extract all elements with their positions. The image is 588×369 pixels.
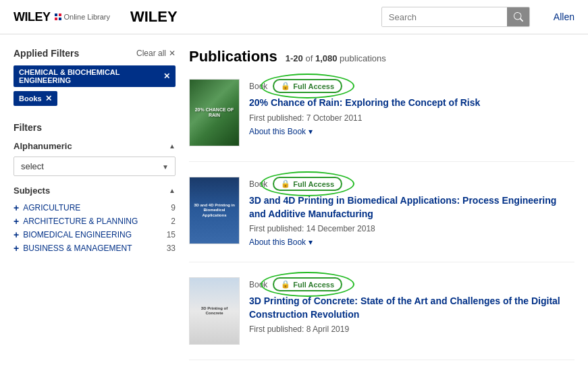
filter-tag-chemical[interactable]: CHEMICAL & BIOCHEMICAL ENGINEERING ✕: [14, 65, 176, 87]
wiley-online-library-logo: WILEY Online Library: [14, 10, 110, 24]
subject-business-plus-icon: +: [14, 244, 19, 253]
book-title-1[interactable]: 20% Chance of Rain: Exploring the Concep…: [249, 96, 574, 110]
book-type-label-2: Book: [249, 179, 267, 189]
publications-header: Publications 1-20 of 1,080 publications: [189, 48, 574, 65]
applied-filters-title: Applied Filters: [14, 48, 79, 59]
search-input[interactable]: [382, 8, 507, 26]
book-date-2: First published: 14 December 2018: [249, 224, 574, 233]
subject-architecture-count: 2: [171, 217, 176, 226]
book-cover-3: 3D Printing of Concrete: [189, 277, 240, 345]
book-date-1: First published: 7 October 2011: [249, 113, 574, 123]
book-title-3[interactable]: 3D Printing of Concrete: State of the Ar…: [249, 295, 574, 321]
book-date-3: First published: 8 April 2019: [249, 324, 574, 334]
book-type-row-1: Book 🔒 Full Access: [249, 79, 574, 93]
about-book-chevron-2: ▾: [309, 237, 313, 247]
subject-agriculture-plus-icon: +: [14, 203, 19, 212]
about-book-button-2[interactable]: About this Book ▾: [249, 237, 313, 247]
book-item-2: 3D and 4D Printing in Biomedical Applica…: [189, 177, 574, 262]
subject-item-architecture[interactable]: + ARCHITECTURE & PLANNING 2: [14, 215, 176, 228]
book-cover-2-text: 3D and 4D Printing in Biomedical Applica…: [192, 203, 236, 218]
lock-icon-2: 🔒: [281, 179, 290, 188]
wiley-color-dots: [55, 13, 61, 20]
subject-architecture-label: ARCHITECTURE & PLANNING: [23, 217, 167, 226]
filter-tag-books[interactable]: Books ✕: [14, 91, 57, 106]
lock-icon-1: 🔒: [281, 82, 290, 90]
subject-business-label: BUSINESS & MANAGEMENT: [23, 244, 162, 253]
about-book-chevron-1: ▾: [309, 127, 313, 136]
applied-filters-header: Applied Filters Clear all ✕: [14, 48, 176, 59]
subject-item-biomedical[interactable]: + BIOMEDICAL ENGINEERING 15: [14, 228, 176, 242]
wiley-logo-text: WILEY: [14, 10, 51, 24]
subject-business-count: 33: [167, 244, 176, 253]
subject-biomedical-count: 15: [167, 230, 176, 239]
book-title-2[interactable]: 3D and 4D Printing in Biomedical Applica…: [249, 194, 574, 221]
book-cover-2: 3D and 4D Printing in Biomedical Applica…: [189, 177, 240, 244]
book-cover-1-text: 20% CHANCE OF RAIN: [192, 107, 236, 119]
subject-agriculture-count: 9: [171, 203, 176, 212]
book-type-row-3: Book 🔒 Full Access: [249, 277, 574, 291]
alphanumeric-chevron-icon: ▲: [169, 142, 176, 150]
publications-total: 1,080: [315, 53, 338, 63]
full-access-label-3: Full Access: [293, 281, 334, 289]
book-info-3: Book 🔒 Full Access 3D Printing of Concre…: [249, 277, 574, 345]
filter-tag-books-label: Books: [19, 94, 42, 103]
about-book-button-1[interactable]: About this Book ▾: [249, 127, 313, 136]
sidebar: Applied Filters Clear all ✕ CHEMICAL & B…: [14, 48, 176, 369]
search-container: [381, 7, 530, 27]
full-access-wrapper-1: 🔒 Full Access: [273, 79, 342, 93]
full-access-wrapper-3: 🔒 Full Access: [273, 277, 342, 291]
book-type-label-3: Book: [249, 280, 267, 289]
about-book-label-1: About this Book: [249, 127, 306, 136]
publications-count: 1-20 of 1,080 publications: [286, 53, 386, 63]
publications-of: of: [305, 53, 315, 63]
full-access-badge-2: 🔒 Full Access: [273, 177, 342, 191]
wiley-brand-logo: WILEY: [130, 8, 178, 26]
filter-tags: CHEMICAL & BIOCHEMICAL ENGINEERING ✕ Boo…: [14, 65, 176, 110]
subject-item-agriculture[interactable]: + AGRICULTURE 9: [14, 201, 176, 215]
book-cover-3-text: 3D Printing of Concrete: [192, 306, 236, 316]
alphanumeric-filter-header[interactable]: Alphanumeric ▲: [14, 141, 176, 151]
book-type-label-1: Book: [249, 82, 267, 91]
clear-all-button[interactable]: Clear all ✕: [136, 49, 176, 58]
alphanumeric-label: Alphanumeric: [14, 141, 72, 151]
subject-biomedical-label: BIOMEDICAL ENGINEERING: [23, 230, 162, 239]
publications-range: 1-20: [286, 53, 303, 63]
full-access-label-1: Full Access: [293, 82, 334, 90]
book-item-1: 20% CHANCE OF RAIN Book 🔒 Full Access 20…: [189, 79, 574, 162]
subjects-filter-header[interactable]: Subjects ▲: [14, 186, 176, 196]
clear-all-icon: ✕: [169, 49, 176, 58]
publications-unit-label: publications: [340, 53, 386, 63]
subject-biomedical-plus-icon: +: [14, 230, 19, 239]
header: WILEY Online Library WILEY Allen: [0, 0, 588, 34]
search-icon: [514, 12, 523, 22]
color-grid-icon: [55, 13, 61, 20]
filter-tag-chemical-label: CHEMICAL & BIOCHEMICAL ENGINEERING: [19, 68, 160, 84]
book-info-2: Book 🔒 Full Access 3D and 4D Printing in…: [249, 177, 574, 247]
filter-tag-books-remove[interactable]: ✕: [45, 94, 52, 103]
subject-item-business[interactable]: + BUSINESS & MANAGEMENT 33: [14, 242, 176, 255]
alphanumeric-select-wrapper: select ▼: [14, 157, 176, 176]
full-access-label-2: Full Access: [293, 180, 334, 188]
book-type-row-2: Book 🔒 Full Access: [249, 177, 574, 191]
subjects-chevron-icon: ▲: [169, 187, 176, 194]
content: Publications 1-20 of 1,080 publications …: [189, 48, 574, 369]
book-cover-1: 20% CHANCE OF RAIN: [189, 79, 240, 146]
subject-architecture-plus-icon: +: [14, 217, 19, 226]
online-library-label: Online Library: [64, 13, 110, 21]
book-info-1: Book 🔒 Full Access 20% Chance of Rain: E…: [249, 79, 574, 146]
full-access-badge-1: 🔒 Full Access: [273, 79, 342, 93]
publications-title: Publications: [189, 48, 277, 65]
lock-icon-3: 🔒: [281, 280, 290, 289]
user-menu[interactable]: Allen: [554, 11, 574, 22]
main-container: Applied Filters Clear all ✕ CHEMICAL & B…: [0, 34, 588, 369]
about-book-label-2: About this Book: [249, 237, 306, 247]
filters-section-title: Filters: [14, 122, 176, 133]
filters-section: Filters Alphanumeric ▲ select ▼ Subjects…: [14, 122, 176, 255]
subject-agriculture-label: AGRICULTURE: [23, 203, 167, 212]
full-access-badge-3: 🔒 Full Access: [273, 277, 342, 291]
search-button[interactable]: [507, 7, 530, 26]
filter-tag-chemical-remove[interactable]: ✕: [163, 72, 170, 81]
full-access-wrapper-2: 🔒 Full Access: [273, 177, 342, 191]
subjects-label: Subjects: [14, 186, 50, 196]
alphanumeric-select[interactable]: select: [14, 157, 176, 176]
